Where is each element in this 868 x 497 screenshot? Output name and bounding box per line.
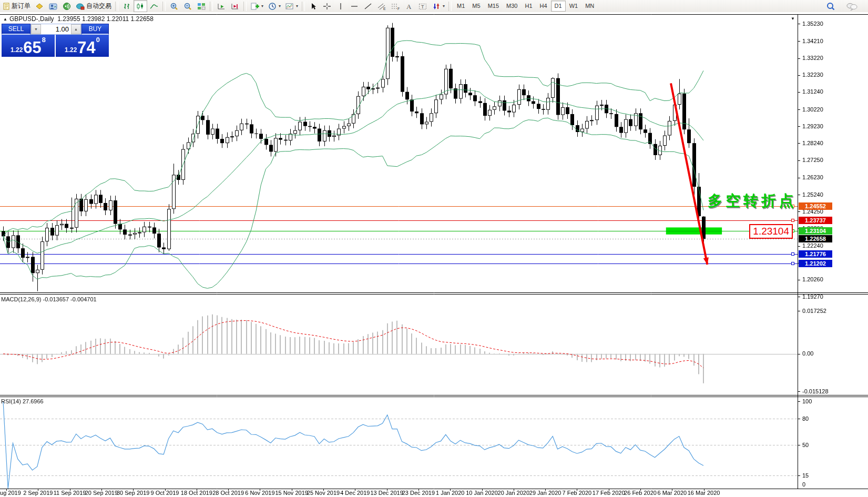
toolbar-separator (210, 2, 213, 11)
signals-button[interactable] (60, 0, 74, 12)
indicators-button[interactable]: ▾ (248, 0, 265, 12)
horizontal-line-button[interactable] (348, 0, 361, 12)
vline-icon (336, 2, 345, 11)
buy-button[interactable]: BUY (81, 24, 109, 35)
buy-price-prefix: 1.22 (65, 46, 77, 54)
candlestick-icon (136, 2, 145, 11)
timeframe-button-mn[interactable]: MN (581, 1, 598, 12)
text-icon: A (404, 2, 414, 11)
trendline-icon (363, 2, 373, 11)
dropdown-caret-icon[interactable]: ▾ (296, 4, 298, 8)
periods-icon (268, 2, 277, 11)
zoom-in-icon (169, 2, 179, 11)
timeframe-button-m15[interactable]: M15 (484, 1, 503, 12)
buy-price-big: 74 (77, 40, 95, 56)
line-chart-icon (149, 2, 159, 11)
favorites-icon (35, 2, 44, 11)
timeframe-button-h4[interactable]: H4 (536, 1, 551, 12)
timeframe-button-m5[interactable]: M5 (468, 1, 484, 12)
text-button[interactable]: A (402, 0, 416, 12)
autotrading-icon (76, 2, 85, 11)
profile-icon (48, 2, 58, 11)
toolbar-separator (302, 2, 305, 11)
timeframe-button-m1[interactable]: M1 (453, 1, 468, 12)
collapse-icon[interactable]: ▲ (3, 17, 7, 22)
timeframe-button-d1[interactable]: D1 (551, 1, 566, 12)
chart-window: ▲GBPUSD-,Daily 1.23955 1.23982 1.22011 1… (0, 12, 868, 497)
signals-icon (62, 2, 72, 11)
search-icon (826, 2, 836, 11)
candlestick-button[interactable] (134, 0, 147, 12)
cursor-button[interactable] (307, 0, 320, 12)
turning-point-annotation: 多空转折点 (708, 191, 797, 211)
toolbar: 新订单自动交易▾▾▾EFAT▾M1M5M15M30H1H4D1W1MN (0, 0, 868, 13)
tile-windows-button[interactable] (195, 0, 208, 12)
svg-text:E: E (383, 7, 386, 11)
new-order-label: 新订单 (12, 2, 30, 11)
line-chart-button[interactable] (147, 0, 161, 12)
toolbar-separator (162, 2, 166, 11)
toolbar-separator (448, 2, 452, 11)
cursor-icon (309, 2, 318, 11)
zoom-in-button[interactable] (167, 0, 181, 12)
label-icon: T (418, 2, 427, 11)
hline-icon (350, 2, 359, 11)
crosshair-button[interactable] (320, 0, 334, 12)
autotrading-label: 自动交易 (86, 2, 111, 11)
timeframe-button-h1[interactable]: H1 (521, 1, 536, 12)
timeframe-button-w1[interactable]: W1 (566, 1, 582, 12)
periods-button[interactable]: ▾ (265, 0, 283, 12)
chart-header: ▲GBPUSD-,Daily 1.23955 1.23982 1.22011 1… (3, 15, 154, 23)
channel-button[interactable]: E (375, 0, 389, 12)
favorites-button[interactable] (33, 0, 46, 12)
fibo-icon: F (391, 2, 400, 11)
volume-decrease-button[interactable]: ▼ (31, 24, 41, 34)
sell-price-big: 65 (23, 40, 41, 56)
zoom-out-icon (183, 2, 192, 11)
buy-price-sup: 0 (96, 36, 100, 44)
shapes-button[interactable]: ▾ (430, 0, 447, 12)
auto-scroll-icon (217, 2, 226, 11)
toolbar-separator (243, 2, 247, 11)
timeframe-button-m30[interactable]: M30 (503, 1, 521, 12)
vertical-line-button[interactable] (334, 0, 348, 12)
volume-increase-button[interactable]: ▲ (71, 24, 81, 34)
sell-button[interactable]: SELL (2, 24, 30, 35)
price-chart-canvas[interactable] (0, 12, 868, 497)
chart-shift-icon (230, 2, 240, 11)
profile-button[interactable] (46, 0, 60, 12)
search-button[interactable] (824, 0, 839, 12)
templates-icon (285, 2, 294, 11)
chart-menu-caret-icon[interactable]: ▼ (791, 16, 795, 21)
dropdown-caret-icon[interactable]: ▾ (443, 4, 445, 8)
channel-icon: E (377, 2, 386, 11)
label-button[interactable]: T (416, 0, 430, 12)
zoom-out-button[interactable] (181, 0, 195, 12)
trendline-button[interactable] (361, 0, 375, 12)
new-order-icon (2, 2, 11, 11)
indicators-icon (250, 2, 260, 11)
auto-scroll-button[interactable] (215, 0, 228, 12)
buy-price-button[interactable]: 1.22740 (56, 35, 109, 57)
rsi-indicator-label: RSI(14) 27.6966 (1, 398, 44, 404)
sell-price-sup: 8 (42, 36, 46, 44)
new-order-button[interactable]: 新订单 (0, 0, 33, 12)
one-click-trading-panel: SELL ▼ ▲ BUY 1.22658 1.22740 (2, 24, 109, 57)
symbol-period-label: GBPUSD-,Daily (9, 15, 54, 23)
dropdown-caret-icon[interactable]: ▾ (279, 4, 281, 8)
sell-price-prefix: 1.22 (11, 46, 23, 54)
autotrading-button[interactable]: 自动交易 (74, 0, 114, 12)
volume-input[interactable] (41, 24, 71, 34)
chat-button[interactable] (844, 0, 861, 12)
sell-price-button[interactable]: 1.22658 (2, 35, 55, 57)
price-level-annotation: 1.23104 (749, 224, 793, 239)
svg-text:F: F (397, 7, 400, 11)
chart-shift-button[interactable] (228, 0, 242, 12)
fibonacci-button[interactable]: F (389, 0, 402, 12)
toolbar-separator (115, 2, 118, 11)
tile-windows-icon (197, 2, 206, 11)
dropdown-caret-icon[interactable]: ▾ (261, 4, 263, 8)
bar-chart-button[interactable] (120, 0, 134, 12)
templates-button[interactable]: ▾ (283, 0, 300, 12)
macd-indicator-label: MACD(12,26,9) -0.013657 -0.004701 (1, 296, 97, 302)
